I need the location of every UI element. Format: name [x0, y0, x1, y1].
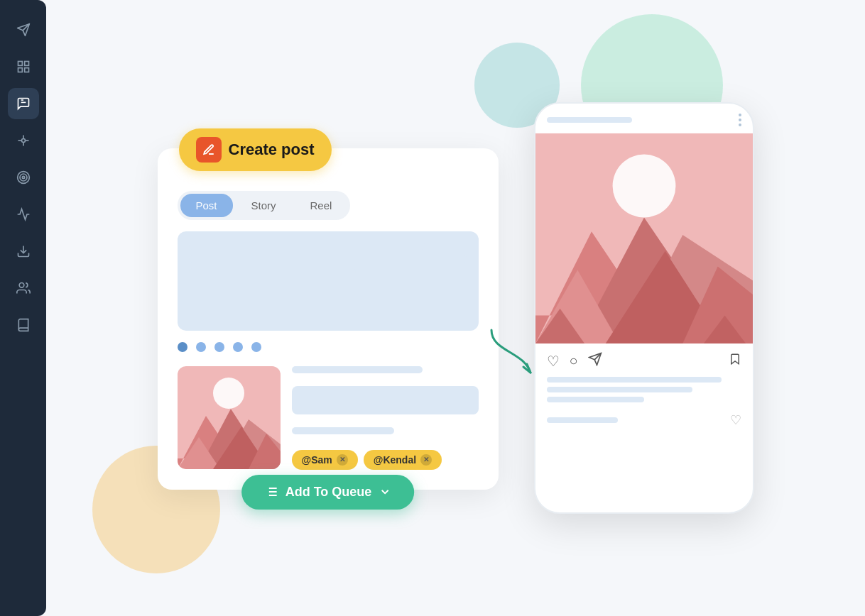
message-icon[interactable]	[8, 88, 39, 119]
phone-menu-dots[interactable]	[739, 114, 741, 126]
svg-rect-4	[18, 68, 22, 72]
caption-line-3	[547, 397, 644, 402]
tab-story[interactable]: Story	[236, 194, 292, 217]
phone-preview: ♡ ○	[534, 102, 754, 514]
text-area-placeholder[interactable]	[178, 231, 479, 331]
post-thumbnail	[178, 366, 281, 469]
like-icon[interactable]: ♡	[547, 353, 560, 370]
svg-rect-5	[24, 68, 28, 72]
phone-actions-left: ♡ ○	[547, 352, 602, 370]
target-icon[interactable]	[8, 162, 39, 193]
phone-caption	[535, 377, 753, 402]
create-post-text: Create post	[229, 141, 315, 159]
phone-action-bar: ♡ ○	[535, 345, 753, 377]
tab-reel[interactable]: Reel	[295, 194, 348, 217]
dot-2[interactable]	[196, 342, 206, 352]
svg-point-19	[213, 378, 244, 409]
phone-dot-2	[739, 119, 741, 121]
placeholder-line-3	[189, 268, 356, 275]
chart-icon[interactable]	[8, 199, 39, 230]
phone-top-bar	[535, 104, 753, 132]
caption-line-1	[547, 377, 722, 383]
phone-footer: ♡	[535, 402, 753, 428]
dot-1[interactable]	[178, 342, 187, 352]
add-to-queue-button[interactable]: Add To Queue	[241, 475, 415, 510]
dot-5[interactable]	[251, 342, 261, 352]
post-bottom: @Sam ✕ @Kendal ✕	[178, 366, 479, 470]
bookmark-icon[interactable]	[729, 353, 741, 369]
post-tabs: Post Story Reel	[178, 191, 351, 220]
caption-placeholder-1	[292, 366, 423, 373]
svg-rect-2	[18, 62, 22, 66]
tag-kendal-label: @Kendal	[374, 454, 416, 466]
phone-dot-1	[739, 114, 741, 116]
svg-point-14	[20, 174, 27, 181]
tag-kendal[interactable]: @Kendal ✕	[364, 450, 442, 470]
svg-point-17	[19, 283, 24, 288]
create-post-wrapper: Create post Post Story Reel	[158, 148, 499, 490]
placeholder-line-1	[189, 243, 425, 250]
add-to-queue-label: Add To Queue	[285, 485, 372, 500]
tag-sam[interactable]: @Sam ✕	[292, 450, 358, 470]
phone-footer-like-icon[interactable]: ♡	[730, 412, 741, 428]
network-icon[interactable]	[8, 125, 39, 156]
tab-post[interactable]: Post	[180, 194, 233, 217]
dot-4[interactable]	[233, 342, 243, 352]
svg-point-15	[22, 176, 24, 178]
svg-rect-3	[24, 62, 28, 66]
download-icon[interactable]	[8, 236, 39, 267]
sidebar	[0, 0, 46, 616]
tags-row: @Sam ✕ @Kendal ✕	[292, 450, 479, 470]
share-icon[interactable]	[588, 352, 602, 370]
comment-icon[interactable]: ○	[570, 353, 578, 369]
grid-icon[interactable]	[8, 51, 39, 82]
send-icon[interactable]	[8, 14, 39, 45]
phone-dot-3	[739, 123, 741, 126]
phone-username-placeholder	[547, 117, 632, 123]
tag-sam-label: @Sam	[302, 454, 332, 466]
tag-sam-remove[interactable]: ✕	[337, 454, 348, 466]
caption-placeholder-2	[292, 386, 479, 414]
create-post-icon	[196, 137, 222, 163]
dot-3[interactable]	[214, 342, 224, 352]
carousel-dots	[178, 342, 479, 352]
main-content: Create post Post Story Reel	[46, 0, 865, 616]
caption-placeholder-3	[292, 427, 395, 434]
phone-post-image	[535, 132, 753, 345]
svg-point-8	[21, 139, 25, 143]
connector-arrow	[488, 323, 538, 380]
phone-frame: ♡ ○	[534, 102, 754, 514]
team-icon[interactable]	[8, 273, 39, 304]
caption-line-2	[547, 387, 693, 392]
placeholder-line-2	[189, 255, 467, 263]
tag-kendal-remove[interactable]: ✕	[420, 454, 432, 466]
post-right-content: @Sam ✕ @Kendal ✕	[292, 366, 479, 470]
create-post-label: Create post	[179, 128, 332, 171]
phone-footer-bar	[547, 417, 618, 423]
svg-point-33	[612, 155, 675, 218]
library-icon[interactable]	[8, 309, 39, 341]
post-card: Post Story Reel	[158, 148, 499, 490]
